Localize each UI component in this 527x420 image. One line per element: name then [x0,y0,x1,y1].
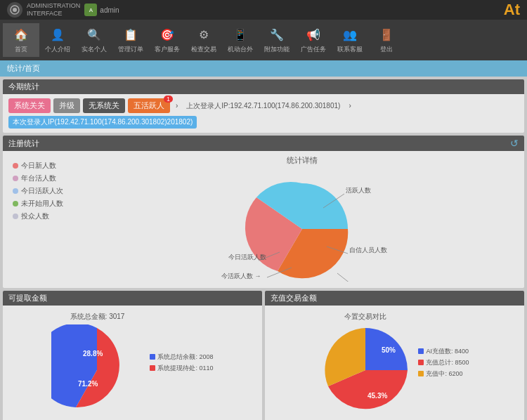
recharge-legend-label-3: 充值中: 6200 [426,369,462,379]
recharge-legend-label-2: 充值总计: 8500 [426,358,469,367]
recharge-dot-2 [418,360,424,365]
nav-item-mobile[interactable]: 📱 机动台外 [222,23,259,57]
nav-label-mobile: 机动台外 [228,45,253,54]
path-arrow: › [349,102,351,110]
pie-chart-title: 统计详情 [287,155,318,166]
legend-item-3: 今日活跃人次 [13,186,72,196]
ads-icon: 📢 [305,26,322,43]
stats-section-header: 今期统计 [3,79,524,94]
refresh-icon[interactable]: ↺ [510,138,519,149]
logo-text: ADMINISTRATION INTERFACE [27,2,80,18]
detail-section: 注册统计 ↺ 今日新人数 年台活人数 今日活跃人次 未开始用人数 [3,136,524,288]
nav-item-check[interactable]: ⚙ 检查交易 [186,23,222,57]
nav-item-logout[interactable]: 🚪 登出 [368,23,405,57]
nav-label-check: 检查交易 [191,45,216,54]
withdraw-legend-label-1: 系统总结余额: 2008 [157,353,213,362]
at-symbol: At [504,1,520,19]
recharge-legend-item-1: AI充值数: 8400 [418,347,469,356]
nav-label-addon: 附加功能 [264,45,289,54]
withdraw-legend-item-2: 系统提现待处: 0110 [150,364,213,373]
legend-label-1: 今日新人数 [21,161,56,171]
nav-item-service[interactable]: 🎯 客户服务 [149,23,186,57]
avatar: A [84,4,97,16]
withdraw-legend: 系统总结余额: 2008 系统提现待处: 0110 [150,353,213,375]
navigation: 🏠 首页 👤 个人介绍 🔍 实名个人 📋 管理订单 🎯 客户服务 ⚙ 检查交易 … [0,20,527,60]
legend-item-4: 未开始用人数 [13,199,72,209]
svg-line-11 [337,273,357,282]
legend-item-2: 年台活人数 [13,173,72,183]
agent-icon: 👥 [341,26,358,43]
header-right: At [504,1,520,19]
header: ADMINISTRATION INTERFACE A admin At [0,0,527,20]
withdraw-title: 可提取金额 [8,294,47,302]
addon-icon: 🔧 [268,26,285,43]
merge-button[interactable]: 并级 [53,98,80,113]
stats-button-row: 系统关关 并级 无系统关 五活跃人 1 › 上次登录人IP:192.42.71.… [8,98,519,129]
withdraw-pie-title: 系统总金额: 3017 [70,312,125,322]
nav-item-agent[interactable]: 👥 联系客服 [332,23,368,57]
nav-label-service: 客户服务 [155,45,180,54]
recharge-content: 今置交易对比 50% 45.3% AI充值数: 8400 [265,306,524,420]
svg-text:28.8%: 28.8% [83,350,103,357]
stats-title: 今期统计 [8,82,39,91]
withdraw-legend-label-2: 系统提现待处: 0110 [157,364,213,373]
nav-item-manage[interactable]: 📋 管理订单 [112,23,149,57]
nav-label-home: 首页 [15,45,27,54]
withdraw-header: 可提取金额 [3,291,262,306]
legend-label-5: 投众人数 [21,211,49,221]
svg-text:今活跃人数 →: 今活跃人数 → [221,273,261,280]
system-close-button[interactable]: 系统关关 [8,98,51,113]
personal-icon: 👤 [49,26,66,43]
pie-chart-svg: 活跃人数 自信人员人数 今日活跃人数 今活跃人数 → ← 总活跃人数 [183,169,422,282]
nav-label-logout: 登出 [380,45,393,54]
nav-item-ads[interactable]: 📢 广告任务 [295,23,332,57]
nav-item-addon[interactable]: 🔧 附加功能 [259,23,295,57]
nav-label-manage: 管理订单 [118,45,143,54]
header-user: A admin [84,4,119,16]
recharge-title: 充值交易金额 [271,294,317,302]
nav-label-personal: 个人介绍 [45,45,70,54]
main-pie-chart: 统计详情 活跃人数 自信人员人数 [84,155,520,284]
breadcrumb-text: 统计/首页 [7,64,40,72]
stats-section-content: 系统关关 并级 无系统关 五活跃人 1 › 上次登录人IP:192.42.71.… [3,94,524,133]
recharge-legend-label-1: AI充值数: 8400 [426,347,469,356]
breadcrumb: 统计/首页 [0,60,527,77]
logo-icon [7,2,22,18]
path-separator: › [176,102,178,110]
recharge-legend-item-3: 充值中: 6200 [418,369,469,379]
withdraw-pie-wrapper: 系统总金额: 3017 28.8% 71.2% [51,312,143,416]
legend-label-4: 未开始用人数 [21,199,63,209]
withdraw-pie-svg: 28.8% 71.2% [51,324,143,416]
withdraw-dot-2 [150,365,155,371]
svg-text:活跃人数: 活跃人数 [346,187,371,194]
legend-dot-2 [13,176,18,181]
withdraw-content: 系统总金额: 3017 28.8% 71.2% 系统总结余额: 2008 [3,306,262,420]
recharge-section: 充值交易金额 今置交易对比 50% 45.3% [265,291,524,420]
recharge-dot-1 [418,348,424,354]
svg-text:71.2%: 71.2% [78,380,98,388]
withdraw-section: 可提取金额 系统总金额: 3017 28.8% 71.2% 系统总结余额: [3,291,262,420]
legend-dot-4 [13,201,18,206]
mobile-icon: 📱 [232,26,249,43]
five-active-badge: 1 [164,96,173,103]
svg-text:50%: 50% [382,346,396,354]
nav-item-realname[interactable]: 🔍 实名个人 [76,23,112,57]
svg-text:自信人员人数: 自信人员人数 [349,247,387,254]
nav-item-home[interactable]: 🏠 首页 [3,23,39,57]
withdraw-legend-item-1: 系统总结余额: 2008 [150,353,213,362]
no-system-button[interactable]: 无系统关 [83,98,125,113]
svg-text:45.3%: 45.3% [367,392,387,400]
username-label: admin [100,6,119,14]
five-active-button[interactable]: 五活跃人 1 [128,98,170,113]
nav-item-personal[interactable]: 👤 个人介绍 [39,23,76,57]
recharge-header: 充值交易金额 [265,291,524,306]
legend-label-3: 今日活跃人次 [21,186,63,196]
legend-item-5: 投众人数 [13,211,72,221]
svg-text:今日活跃人数: 今日活跃人数 [228,254,266,261]
header-logo: ADMINISTRATION INTERFACE A admin [7,2,119,18]
stats-section: 今期统计 系统关关 并级 无系统关 五活跃人 1 › 上次登录人IP:192.4… [3,79,524,133]
recharge-legend: AI充值数: 8400 充值总计: 8500 充值中: 6200 [418,347,469,381]
realname-icon: 🔍 [86,26,103,43]
recharge-pie-title: 今置交易对比 [344,312,386,322]
legend: 今日新人数 年台活人数 今日活跃人次 未开始用人数 投众人数 [7,155,77,284]
